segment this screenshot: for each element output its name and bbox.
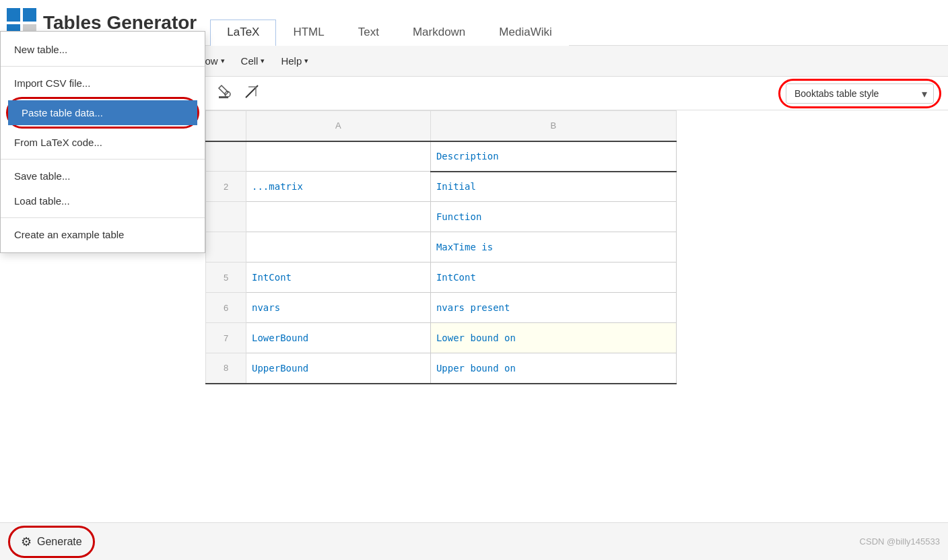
no-fill-btn[interactable] [240,81,264,106]
row-num-8: 8 [206,353,246,384]
nav-tabs: LaTeX HTML Text Markdown MediaWiki [210,0,569,45]
table-row: Function [206,202,677,232]
cell-a-6[interactable]: nvars [246,293,431,323]
svg-rect-0 [7,8,20,22]
menu-help[interactable]: Help ▾ [273,51,316,71]
tab-latex[interactable]: LaTeX [210,20,276,46]
row-caret-icon: ▾ [221,57,225,65]
generate-button[interactable]: ⚙ Generate [13,529,90,555]
cell-b-2[interactable]: Initial [430,172,676,202]
cell-b-6[interactable]: nvars present [430,293,676,323]
gear-icon: ⚙ [21,534,32,549]
cell-a-8[interactable]: UpperBound [246,353,431,384]
generate-oval: ⚙ Generate [8,526,95,558]
col-header-row: A B [206,111,677,141]
cell-b-7[interactable]: Lower bound on [430,323,676,353]
main-area: A B Description 2 ...matrix Initial [205,110,948,384]
cell-caret-icon: ▾ [261,57,265,65]
spreadsheet: A B Description 2 ...matrix Initial [205,110,677,384]
tab-mediawiki[interactable]: MediaWiki [482,20,568,46]
table-row: MaxTime is [206,232,677,262]
fill-color-icon [217,84,232,102]
menu-cell[interactable]: Cell ▾ [233,51,273,71]
menu-paste-table[interactable]: Paste table data... [8,100,197,125]
table-row: 7 LowerBound Lower bound on [206,323,677,353]
menu-example-table[interactable]: Create an example table [1,222,205,247]
file-dropdown-menu: New table... Import CSV file... Paste ta… [0,31,205,253]
menu-save-table[interactable]: Save table... [1,164,205,188]
row-num-7: 7 [206,323,246,353]
style-select[interactable]: Default table style Booktabs table style… [786,83,934,104]
col-header-a[interactable]: A [246,111,431,141]
table-row: 2 ...matrix Initial [206,172,677,202]
table-area: A B Description 2 ...matrix Initial [205,110,948,384]
table-row: 5 IntCont IntCont [206,262,677,293]
table-row: Description [206,141,677,172]
cell-a-5[interactable]: IntCont [246,262,431,293]
cell-a-3[interactable] [246,202,431,232]
cell-b-8[interactable]: Upper bound on [430,353,676,384]
dropdown-sep-3 [1,217,205,218]
tab-html[interactable]: HTML [276,20,341,46]
style-dropdown-wrapper: Default table style Booktabs table style… [778,79,941,108]
cell-a-4[interactable] [246,232,431,262]
menu-load-table[interactable]: Load table... [1,188,205,213]
copyright: CSDN @billy145533 [860,536,940,547]
menu-new-table[interactable]: New table... [1,37,205,62]
col-header-rownum [206,111,246,141]
menu-import-csv[interactable]: Import CSV file... [1,71,205,96]
style-oval: Default table style Booktabs table style… [778,79,941,108]
cell-b-3[interactable]: Function [430,202,676,232]
dropdown-sep-1 [1,66,205,67]
cell-a-2[interactable]: ...matrix [246,172,431,202]
row-num-header [206,141,246,172]
row-num-5: 5 [206,262,246,293]
cell-b-5[interactable]: IntCont [430,262,676,293]
cell-a-header[interactable] [246,141,431,172]
table-row: 6 nvars nvars present [206,293,677,323]
tab-text[interactable]: Text [341,20,396,46]
row-num-3 [206,202,246,232]
table-row: 8 UpperBound Upper bound on [206,353,677,384]
generate-label: Generate [37,536,82,548]
no-fill-icon [244,84,259,102]
menu-from-latex[interactable]: From LaTeX code... [1,130,205,155]
style-select-wrapper: Default table style Booktabs table style… [786,83,934,104]
cell-b-4[interactable]: MaxTime is [430,232,676,262]
col-header-b[interactable]: B [430,111,676,141]
logo-text: Tables Generator [43,12,197,34]
row-num-2: 2 [206,172,246,202]
cell-b-header[interactable]: Description [430,141,676,172]
help-caret-icon: ▾ [304,57,308,65]
fill-color-btn[interactable] [213,81,237,106]
paste-oval: Paste table data... [6,97,199,129]
row-num-4 [206,232,246,262]
bottom-bar: ⚙ Generate CSDN @billy145533 [0,522,948,560]
cell-a-7[interactable]: LowerBound [246,323,431,353]
tab-markdown[interactable]: Markdown [396,20,482,46]
svg-rect-1 [23,8,36,22]
dropdown-sep-2 [1,159,205,160]
row-num-6: 6 [206,293,246,323]
